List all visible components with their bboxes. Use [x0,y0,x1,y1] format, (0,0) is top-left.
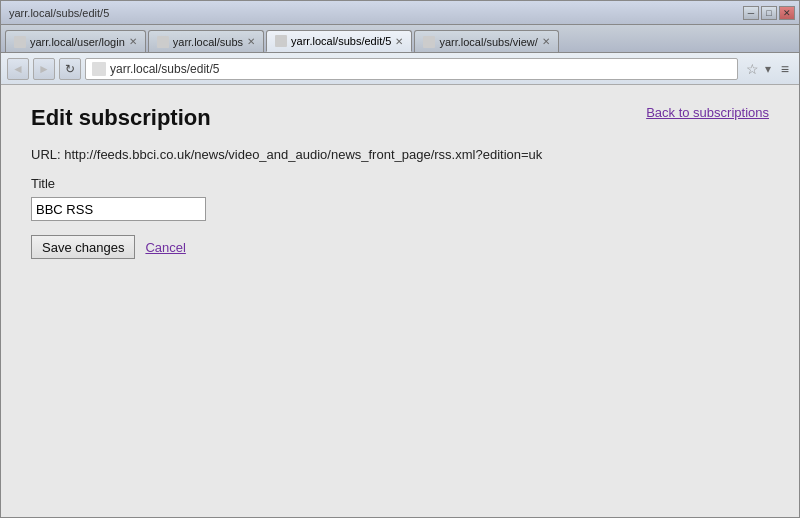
address-text: yarr.local/subs/edit/5 [110,62,731,76]
address-bar[interactable]: yarr.local/subs/edit/5 [85,58,738,80]
tab-1-favicon [14,36,26,48]
close-icon: ✕ [783,8,791,18]
close-button[interactable]: ✕ [779,6,795,20]
nav-bar: ◄ ► ↻ yarr.local/subs/edit/5 ☆ ▾ ≡ [1,53,799,85]
history-dropdown-button[interactable]: ▾ [765,62,771,76]
tab-4-label: yarr.local/subs/view/ [439,36,537,48]
title-input[interactable] [31,197,206,221]
url-label: URL: [31,147,61,162]
tabs-bar: yarr.local/user/login ✕ yarr.local/subs … [1,25,799,53]
refresh-icon: ↻ [65,62,75,76]
tab-1[interactable]: yarr.local/user/login ✕ [5,30,146,52]
tab-2[interactable]: yarr.local/subs ✕ [148,30,264,52]
title-field-label: Title [31,176,769,191]
title-bar: yarr.local/subs/edit/5 ─ □ ✕ [1,1,799,25]
save-changes-button[interactable]: Save changes [31,235,135,259]
back-to-subscriptions-link[interactable]: Back to subscriptions [646,105,769,120]
minimize-button[interactable]: ─ [743,6,759,20]
tab-4[interactable]: yarr.local/subs/view/ ✕ [414,30,558,52]
tab-3-close[interactable]: ✕ [395,36,403,47]
tab-1-label: yarr.local/user/login [30,36,125,48]
tab-4-favicon [423,36,435,48]
tab-3-label: yarr.local/subs/edit/5 [291,35,391,47]
tab-3[interactable]: yarr.local/subs/edit/5 ✕ [266,30,412,52]
menu-button[interactable]: ≡ [777,61,793,77]
minimize-icon: ─ [748,8,754,18]
tab-2-favicon [157,36,169,48]
bookmark-button[interactable]: ☆ [746,61,759,77]
title-bar-text: yarr.local/subs/edit/5 [9,7,109,19]
address-icon [92,62,106,76]
tab-4-close[interactable]: ✕ [542,36,550,47]
page-content: Edit subscription Back to subscriptions … [1,85,799,517]
browser-window: yarr.local/subs/edit/5 ─ □ ✕ yarr.local/… [0,0,800,518]
page-title: Edit subscription [31,105,211,131]
tab-3-favicon [275,35,287,47]
back-icon: ◄ [12,62,24,76]
refresh-button[interactable]: ↻ [59,58,81,80]
forward-icon: ► [38,62,50,76]
page-header: Edit subscription Back to subscriptions [31,105,769,131]
restore-button[interactable]: □ [761,6,777,20]
tab-2-close[interactable]: ✕ [247,36,255,47]
forward-button[interactable]: ► [33,58,55,80]
cancel-link[interactable]: Cancel [145,240,185,255]
tab-2-label: yarr.local/subs [173,36,243,48]
url-line: URL: http://feeds.bbci.co.uk/news/video_… [31,147,769,162]
tab-1-close[interactable]: ✕ [129,36,137,47]
form-actions: Save changes Cancel [31,235,769,259]
url-value: http://feeds.bbci.co.uk/news/video_and_a… [64,147,542,162]
restore-icon: □ [766,8,771,18]
back-button[interactable]: ◄ [7,58,29,80]
window-controls: ─ □ ✕ [743,6,795,20]
